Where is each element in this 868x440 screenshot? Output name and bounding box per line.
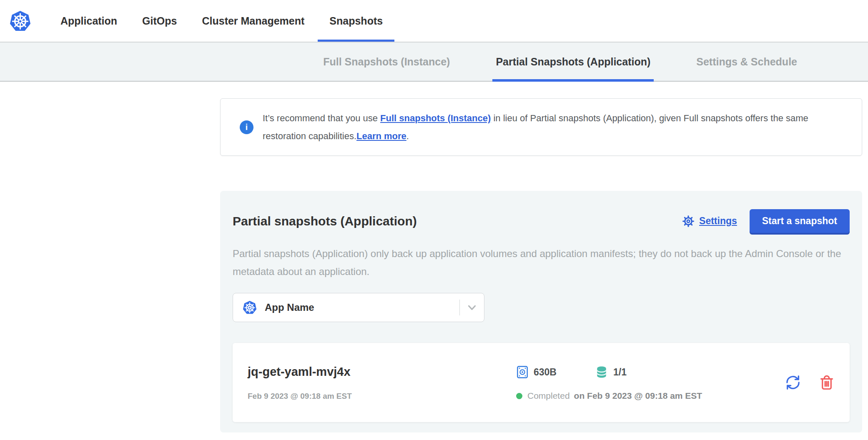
learn-more-link[interactable]: Learn more — [356, 131, 406, 141]
snapshot-actions — [785, 374, 835, 391]
snapshot-size-metric: 630B — [516, 365, 557, 379]
selector-chevron[interactable] — [460, 301, 484, 314]
tab-settings-schedule[interactable]: Settings & Schedule — [696, 42, 797, 81]
snapshot-status: Completed on Feb 9 2023 @ 09:18 am EST — [516, 390, 776, 401]
snapshot-identity: jq-get-yaml-mvj4x Feb 9 2023 @ 09:18 am … — [248, 363, 516, 402]
settings-label: Settings — [699, 215, 737, 227]
banner-text: It’s recommend that you use Full snapsho… — [263, 109, 842, 145]
nav-item-gitops[interactable]: GitOps — [142, 0, 177, 42]
restore-snapshot-button[interactable] — [785, 374, 801, 391]
chevron-down-icon — [466, 301, 478, 314]
gear-icon — [682, 215, 695, 228]
snapshot-name: jq-get-yaml-mvj4x — [248, 363, 516, 380]
banner-text-end: . — [406, 131, 409, 141]
status-detail: on Feb 9 2023 @ 09:18 am EST — [574, 391, 702, 401]
main-nav: Application GitOps Cluster Management Sn… — [60, 0, 383, 42]
snapshot-volumes-value: 1/1 — [613, 367, 627, 378]
top-navigation: Application GitOps Cluster Management Sn… — [0, 0, 868, 42]
snapshot-metrics: 630B 1/1 — [516, 364, 776, 380]
snapshots-subtabs: Full Snapshots (Instance) Partial Snapsh… — [0, 42, 868, 82]
recommendation-banner: i It’s recommend that you use Full snaps… — [220, 98, 862, 156]
snapshot-volumes-metric: 1/1 — [595, 365, 627, 379]
tab-partial-snapshots[interactable]: Partial Snapshots (Application) — [496, 42, 650, 81]
page-title: Partial snapshots (Application) — [233, 214, 417, 228]
start-snapshot-button[interactable]: Start a snapshot — [750, 209, 850, 233]
kubernetes-app-icon — [242, 300, 257, 315]
snapshot-row: jq-get-yaml-mvj4x Feb 9 2023 @ 09:18 am … — [233, 343, 850, 422]
info-icon: i — [240, 120, 253, 134]
status-label: Completed — [527, 391, 570, 401]
settings-link[interactable]: Settings — [682, 215, 737, 228]
app-selector-value: App Name — [265, 302, 314, 313]
snapshot-details: 630B 1/1 Completed on Feb 9 2023 @ 09:18… — [516, 364, 776, 401]
disk-size-icon — [516, 365, 529, 379]
delete-snapshot-button[interactable] — [819, 374, 835, 391]
snapshot-size-value: 630B — [534, 367, 557, 378]
panel-actions: Settings Start a snapshot — [682, 209, 850, 233]
kubernetes-logo-icon — [8, 10, 32, 32]
nav-item-snapshots[interactable]: Snapshots — [329, 0, 383, 42]
restore-icon — [785, 374, 801, 391]
nav-item-application[interactable]: Application — [60, 0, 117, 42]
panel-description: Partial snapshots (Application) only bac… — [233, 245, 850, 280]
snapshot-created-at: Feb 9 2023 @ 09:18 am EST — [248, 391, 516, 402]
nav-item-cluster-management[interactable]: Cluster Management — [202, 0, 304, 42]
status-dot-icon — [516, 393, 522, 399]
tab-full-snapshots[interactable]: Full Snapshots (Instance) — [323, 42, 450, 81]
volumes-database-icon — [595, 365, 608, 379]
app-name-selector[interactable]: App Name — [233, 293, 484, 322]
app-logo — [8, 0, 32, 42]
panel-header: Partial snapshots (Application) — [233, 209, 850, 233]
trash-icon — [819, 374, 835, 391]
banner-text-intro: It’s recommend that you use — [263, 113, 380, 123]
full-snapshots-link[interactable]: Full snapshots (Instance) — [380, 113, 491, 123]
partial-snapshots-panel: Partial snapshots (Application) — [220, 191, 862, 432]
